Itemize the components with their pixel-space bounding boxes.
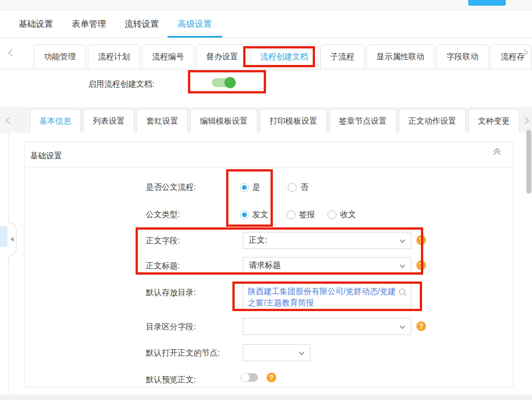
tab-print-template-settings[interactable]: 打印模板设置 <box>260 109 327 133</box>
triangle-left-icon <box>10 237 14 242</box>
tab-flow-settings[interactable]: 流转设置 <box>125 10 159 38</box>
enable-doc-label: 启用流程创建文档: <box>88 79 154 89</box>
doc-flow-radio-group: 是 否 <box>240 182 308 193</box>
radio-yes-label: 是 <box>252 182 260 193</box>
radio-yes[interactable] <box>240 183 249 192</box>
body-field-select[interactable]: 正文: <box>243 232 411 249</box>
main-tab-bar: 基础设置 表单管理 流转设置 高级设置 <box>0 10 532 38</box>
body-title-value: 请求标题 <box>249 260 281 271</box>
tab-sub-flow[interactable]: 子流程 <box>320 44 365 70</box>
help-icon[interactable]: ? <box>267 373 276 382</box>
chevron-left-icon[interactable] <box>6 117 13 124</box>
tab-field-link[interactable]: 字段联动 <box>436 44 489 70</box>
radio-fawen[interactable] <box>240 210 249 219</box>
tab-edit-template-settings[interactable]: 编辑模板设置 <box>190 109 257 133</box>
scrollbar-thumb[interactable] <box>526 130 531 194</box>
radio-fawen-label: 发文 <box>252 210 268 220</box>
sub-tabs: 基本信息 列表设置 套红设置 编辑模板设置 打印模板设置 签章节点设置 正文动作… <box>30 109 519 133</box>
panel-title: 基础设置 <box>30 151 62 161</box>
body-field-value: 正文: <box>249 235 267 246</box>
sidebar-collapse-handle[interactable] <box>8 222 17 256</box>
doc-type-label: 公文类型: <box>146 210 180 220</box>
top-strip <box>0 0 532 10</box>
chevron-down-icon <box>299 350 305 356</box>
workflow-advanced-settings-screen: 基础设置 表单管理 流转设置 高级设置 功能管理 流程计划 流程编号 督办设置 … <box>0 0 532 400</box>
toggle-knob <box>240 373 250 382</box>
tab-form-management[interactable]: 表单管理 <box>72 10 106 38</box>
chevron-left-icon[interactable] <box>8 49 15 56</box>
help-icon[interactable]: ? <box>416 235 426 245</box>
tab-basic-settings[interactable]: 基础设置 <box>19 10 53 38</box>
left-edge-fragment <box>0 226 7 247</box>
chevron-down-icon <box>400 263 406 268</box>
tab-supervise-settings[interactable]: 督办设置 <box>196 44 248 70</box>
panel-divider <box>24 168 513 168</box>
tab-signature-node-settings[interactable]: 签章节点设置 <box>329 109 396 133</box>
radio-no-label: 否 <box>300 182 308 193</box>
chevron-down-icon <box>400 324 406 329</box>
left-container-border <box>8 133 9 393</box>
enable-doc-toggle[interactable] <box>212 78 235 87</box>
radio-no[interactable] <box>288 183 297 192</box>
radio-shouwen-label: 收文 <box>340 210 356 220</box>
tab-flow-plan[interactable]: 流程计划 <box>88 44 140 70</box>
advanced-tabs: 功能管理 流程计划 流程编号 督办设置 流程创建文档 子流程 显示属性联动 字段… <box>34 44 531 70</box>
tab-basic-info[interactable]: 基本信息 <box>30 109 81 133</box>
chevron-down-icon <box>400 238 406 243</box>
radio-shouwen[interactable] <box>328 210 337 219</box>
tab-red-header-settings[interactable]: 套红设置 <box>137 109 188 133</box>
default-dir-input[interactable]: 陕西建工集团股份有限公司/党群动态/党建之窗/主题教育简报 <box>243 283 411 311</box>
tab-flow-create-document[interactable]: 流程创建文档 <box>250 44 318 70</box>
body-title-select[interactable]: 请求标题 <box>243 257 411 274</box>
preview-toggle[interactable] <box>241 373 258 382</box>
default-dir-label: 默认存放目录: <box>146 288 196 298</box>
tab-advanced-settings[interactable]: 高级设置 <box>178 10 212 38</box>
preview-label: 默认预览正文: <box>146 375 196 385</box>
doc-flow-label: 是否公文流程: <box>146 182 196 193</box>
tab-list-settings[interactable]: 列表设置 <box>83 109 134 133</box>
body-title-label: 正文标题: <box>146 261 180 271</box>
open-node-label: 默认打开正文的节点: <box>146 348 220 358</box>
toggle-knob <box>224 77 236 88</box>
default-dir-value: 陕西建工集团股份有限公司/党群动态/党建之窗/主题教育简报 <box>248 287 396 307</box>
tab-body-action-settings[interactable]: 正文动作设置 <box>399 109 466 133</box>
tab-flow-archive-cut[interactable]: 流程存 <box>490 44 531 70</box>
tab-display-attr-link[interactable]: 显示属性联动 <box>366 44 435 70</box>
bottom-strip <box>0 394 532 400</box>
help-icon[interactable]: ? <box>416 321 426 331</box>
radio-qianbao-label: 签报 <box>299 210 315 220</box>
collapse-panel-icon[interactable] <box>492 149 502 160</box>
tab-flow-number[interactable]: 流程编号 <box>142 44 194 70</box>
sub-tab-bar: 基本信息 列表设置 套红设置 编辑模板设置 打印模板设置 签章节点设置 正文动作… <box>0 107 532 133</box>
chevron-right-icon[interactable] <box>522 117 529 124</box>
search-icon <box>398 288 408 297</box>
doc-type-radio-group: 发文 签报 收文 <box>240 210 356 220</box>
advanced-tab-bar: 功能管理 流程计划 流程编号 督办设置 流程创建文档 子流程 显示属性联动 字段… <box>0 38 532 70</box>
radio-qianbao[interactable] <box>287 210 296 219</box>
tab-function-management[interactable]: 功能管理 <box>34 44 86 70</box>
primary-action-button[interactable] <box>468 0 506 6</box>
body-field-label: 正文字段: <box>146 236 180 246</box>
tab-doc-type-change[interactable]: 文种变更 <box>468 109 519 133</box>
help-icon[interactable]: ? <box>416 260 426 270</box>
dir-split-field-select[interactable] <box>243 318 411 335</box>
open-node-select[interactable] <box>243 344 310 361</box>
dir-split-field-label: 目录区分字段: <box>146 322 196 332</box>
